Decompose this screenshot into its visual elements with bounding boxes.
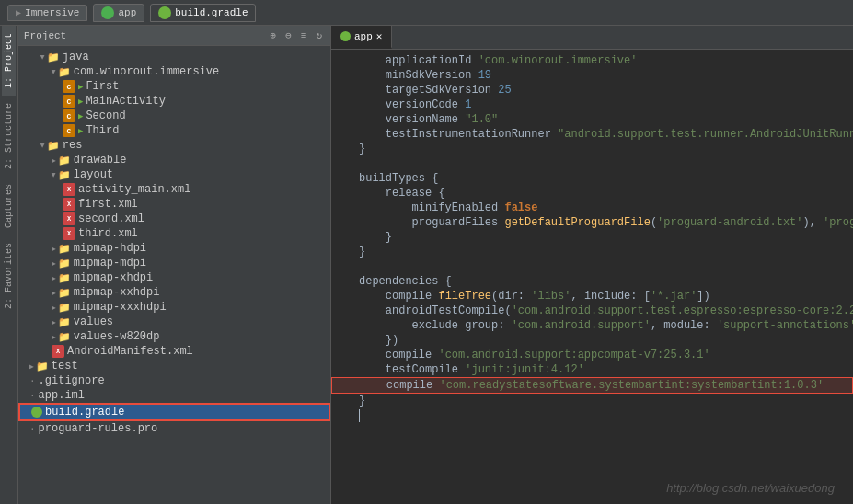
toolbar-btn-settings[interactable]: ≡ <box>298 29 310 42</box>
folder-layout-icon: 📁 <box>58 169 71 181</box>
tree-test[interactable]: ▶ 📁 test <box>18 359 330 373</box>
tree-mipmap-xhdpi-label: mipmap-xhdpi <box>74 271 153 284</box>
tree-mipmap-xxhdpi[interactable]: ▶ 📁 mipmap-xxhdpi <box>18 285 330 300</box>
editor-tabs: app ✕ <box>331 26 853 50</box>
code-line-22: testCompile 'junit:junit:4.12' <box>331 362 853 377</box>
tree-activity-main[interactable]: X activity_main.xml <box>18 182 330 197</box>
side-tab-favorites[interactable]: 2: Favorites <box>2 235 16 316</box>
triangle-layout: ▶ <box>50 173 58 178</box>
tree-proguard[interactable]: · proguard-rules.pro <box>18 421 330 436</box>
xml-icon-second: X <box>63 212 75 225</box>
folder-mipmap-xxxhdpi-icon: 📁 <box>58 302 71 314</box>
tree-mipmap-xxhdpi-label: mipmap-xxhdpi <box>74 286 160 299</box>
tree-drawable[interactable]: ▶ 📁 drawable <box>18 153 330 167</box>
code-line-4: versionCode 1 <box>331 97 853 112</box>
code-line-2: minSdkVersion 19 <box>331 68 853 83</box>
tree-secondxml[interactable]: X second.xml <box>18 212 330 226</box>
tree-buildgradle[interactable]: build.gradle <box>18 403 330 421</box>
side-tab-captures[interactable]: Captures <box>2 177 16 235</box>
triangle-mipmap-mdpi: ▶ <box>52 259 56 268</box>
editor-tab-app[interactable]: app ✕ <box>331 26 392 49</box>
tree-package[interactable]: ▶ 📁 com.winorout.immersive <box>18 64 330 79</box>
tree-mainactivity[interactable]: C ▶ MainActivity <box>18 94 330 109</box>
code-line-10: release { <box>331 186 853 200</box>
kotlin-second: ▶ <box>78 111 83 121</box>
project-panel: Project ⊕ ⊖ ≡ ↻ ▶ 📁 java ▶ 📁 com.winorou… <box>18 26 331 504</box>
code-line-13: } <box>331 230 853 245</box>
tab-immersive-label: Immersive <box>25 7 79 18</box>
tab-app-label: app <box>118 7 136 18</box>
project-toolbar: ⊕ ⊖ ≡ ↻ <box>268 29 325 42</box>
tree-first[interactable]: C ▶ First <box>18 79 330 94</box>
tree-buildgradle-label: build.gradle <box>45 406 124 418</box>
tree-thirdxml[interactable]: X third.xml <box>18 226 330 241</box>
code-line-17: compile fileTree(dir: 'libs', include: [… <box>331 289 853 304</box>
triangle-mipmap-xxxhdpi: ▶ <box>52 304 56 312</box>
code-content[interactable]: applicationId 'com.winorout.immersive' m… <box>331 50 853 504</box>
folder-mipmap-xxhdpi-icon: 📁 <box>58 287 71 299</box>
tree-gitignore[interactable]: · .gitignore <box>18 373 330 388</box>
project-header: Project ⊕ ⊖ ≡ ↻ <box>18 26 330 46</box>
folder-values-icon: 📁 <box>58 316 71 328</box>
toolbar-btn-refresh[interactable]: ↻ <box>313 29 325 42</box>
tree-mipmap-xxxhdpi[interactable]: ▶ 📁 mipmap-xxxhdpi <box>18 300 330 315</box>
tree-proguard-label: proguard-rules.pro <box>39 422 158 435</box>
editor-tab-label: app <box>354 31 373 42</box>
tree-res[interactable]: ▶ 📁 res <box>18 138 330 153</box>
editor-gradle-icon <box>340 31 351 41</box>
code-line-3: targetSdkVersion 25 <box>331 83 853 97</box>
tree-package-label: com.winorout.immersive <box>74 65 219 78</box>
side-tabs: 1: Project 2: Structure Captures 2: Favo… <box>0 26 18 504</box>
code-line-19: exclude group: 'com.android.support', mo… <box>331 318 853 333</box>
triangle-res: ▶ <box>39 143 47 148</box>
tree-mainactivity-label: MainActivity <box>86 95 165 108</box>
folder-mipmap-mdpi-icon: 📁 <box>58 258 71 269</box>
tree-values[interactable]: ▶ 📁 values <box>18 315 330 329</box>
tree-activitymain-label: activity_main.xml <box>78 183 190 196</box>
kotlin-third: ▶ <box>78 126 83 136</box>
triangle-drawable: ▶ <box>52 156 56 165</box>
tree-second[interactable]: C ▶ Second <box>18 109 330 123</box>
tree-mipmap-mdpi-label: mipmap-mdpi <box>74 257 146 269</box>
app-icon <box>101 6 114 19</box>
tree-third-label: Third <box>86 124 119 137</box>
side-tab-structure[interactable]: 2: Structure <box>2 96 16 177</box>
tree-first-label: First <box>86 80 119 93</box>
tree-second-label: Second <box>86 109 125 122</box>
tree-androidmanifest[interactable]: X AndroidManifest.xml <box>18 344 330 359</box>
tree-secondxml-label: second.xml <box>78 212 144 225</box>
tab-gradle-label: build.gradle <box>175 7 248 18</box>
class-icon-mainactivity: C <box>63 95 75 108</box>
triangle-mipmap-xhdpi: ▶ <box>52 274 56 282</box>
tree-layout[interactable]: ▶ 📁 layout <box>18 167 330 182</box>
triangle-java: ▶ <box>39 55 47 60</box>
toolbar-btn-expand[interactable]: ⊕ <box>268 29 280 42</box>
tab-immersive[interactable]: ▶ Immersive <box>7 5 87 21</box>
code-line-cursor <box>331 408 853 423</box>
editor-tab-close[interactable]: ✕ <box>376 30 383 42</box>
folder-values-w820-icon: 📁 <box>58 331 71 343</box>
tree-mipmap-mdpi[interactable]: ▶ 📁 mipmap-mdpi <box>18 256 330 270</box>
class-icon-third: C <box>63 124 75 137</box>
tree-mipmap-hdpi[interactable]: ▶ 📁 mipmap-hdpi <box>18 241 330 256</box>
tree-values-w820-label: values-w820dp <box>74 330 160 343</box>
tree-appiml[interactable]: · app.iml <box>18 388 330 403</box>
watermark: http://blog.csdn.net/waixuedong <box>666 481 835 495</box>
tree-java[interactable]: ▶ 📁 java <box>18 50 330 64</box>
tree-mipmap-xhdpi[interactable]: ▶ 📁 mipmap-xhdpi <box>18 270 330 285</box>
tree-test-label: test <box>52 360 78 372</box>
code-editor: app ✕ applicationId 'com.winorout.immers… <box>331 26 853 504</box>
tree-firstxml[interactable]: X first.xml <box>18 197 330 212</box>
toolbar-btn-collapse[interactable]: ⊖ <box>282 29 294 42</box>
tree-mipmap-xxxhdpi-label: mipmap-xxxhdpi <box>74 301 167 314</box>
tree-values-w820[interactable]: ▶ 📁 values-w820dp <box>18 329 330 344</box>
code-line-9: buildTypes { <box>331 171 853 186</box>
tab-build-gradle[interactable]: build.gradle <box>150 4 256 22</box>
code-line-1: applicationId 'com.winorout.immersive' <box>331 53 853 68</box>
code-line-15 <box>331 259 853 274</box>
tree-third[interactable]: C ▶ Third <box>18 123 330 138</box>
side-tab-project[interactable]: 1: Project <box>2 26 16 96</box>
tab-app[interactable]: app <box>93 4 144 22</box>
folder-java-icon: 📁 <box>47 52 60 63</box>
folder-test-icon: 📁 <box>36 361 49 372</box>
